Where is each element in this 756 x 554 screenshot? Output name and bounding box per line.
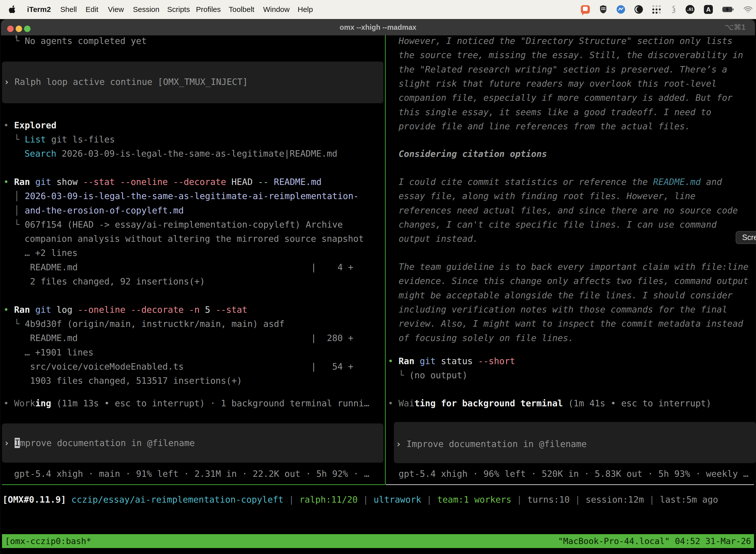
tmux-status-bar: [omx-cczip0:bash* "MacBook-Pro-44.local"…: [2, 534, 754, 548]
terminal-line: README.md | 4 +: [30, 260, 354, 275]
prompt-box-left[interactable]: › Ralph loop active continue [OMX_TMUX_I…: [2, 62, 383, 103]
network-activity-status-icon[interactable]: [617, 5, 625, 14]
prompt-box-left[interactable]: › Improve documentation in @filename: [2, 424, 383, 463]
battery-status-icon[interactable]: [722, 6, 734, 13]
zoom-button[interactable]: [24, 25, 30, 32]
window-title: omx --xhigh --madmax: [339, 19, 416, 35]
terminal-line: └ No agents completed yet: [14, 34, 146, 48]
messages-status-icon[interactable]: [581, 5, 590, 14]
terminal-line: this single essay, it seems like a good …: [398, 105, 711, 119]
tmux-pane-border-active: [2, 484, 385, 485]
menu-bar-status-icons: ..61 A: [581, 0, 753, 19]
tmux-pane-border-inactive: [386, 484, 754, 485]
terminal-line: Considering citation options: [398, 147, 547, 161]
apple-menu-icon[interactable]: [9, 5, 16, 15]
terminal-line: companion analysis without altering the …: [24, 232, 364, 246]
terminal-line: might be acceptable alongside the file l…: [398, 288, 733, 302]
terminal-line: • Explored: [3, 118, 57, 132]
dots-grid-status-icon[interactable]: [652, 5, 661, 14]
terminal-line: │ 2026-03-09-is-legal-the-same-as-legiti…: [14, 189, 359, 203]
terminal-line: review. Also, I might want to inspect th…: [398, 317, 743, 331]
menu-item-window[interactable]: Window: [263, 0, 290, 19]
badge-61-status-icon[interactable]: ..61: [686, 5, 694, 14]
menu-item-session[interactable]: Session: [133, 0, 160, 19]
terminal-line: output instead.: [398, 232, 478, 246]
terminal-line: • Ran git status --short: [388, 354, 515, 368]
terminal-line: │ and-the-erosion-of-copyleft.md: [14, 203, 184, 218]
terminal-line: └ List git ls-files: [14, 132, 115, 147]
terminal-line: of focusing solely on file lines.: [398, 331, 573, 345]
text-cursor: I: [15, 438, 20, 448]
terminal-line: slight risk that future readers may over…: [398, 76, 716, 91]
terminal-line: 1903 files changed, 513517 insertions(+): [30, 374, 242, 388]
terminal-line: └ 067f154 (HEAD -> essay/ai-reimplementa…: [14, 217, 343, 232]
terminal-line: The team guideline is to back every impo…: [398, 260, 749, 274]
window-shortcut-badge: ⌥⌘1: [725, 19, 746, 35]
terminal-line: src/voice/voiceModeEnabled.ts | 54 +: [30, 359, 354, 374]
terminal-line: the source tree, missing the essay. Stil…: [398, 48, 743, 62]
moon-focus-status-icon[interactable]: [634, 5, 643, 14]
screen-capture-overlay-label: Scre: [742, 233, 756, 242]
desktop: iTerm2ShellEditViewSessionScriptsProfile…: [0, 0, 756, 554]
menu-item-profiles[interactable]: Profiles: [196, 0, 221, 19]
wifi-status-icon[interactable]: [744, 6, 753, 13]
squiggle-status-icon[interactable]: [670, 5, 676, 13]
terminal-line: • Ran git log --oneline --decorate -n 5 …: [3, 302, 247, 317]
tmux-pane-divider[interactable]: [385, 35, 386, 484]
menu-item-toolbelt[interactable]: Toolbelt: [229, 0, 254, 19]
close-button[interactable]: [7, 25, 14, 32]
menu-item-view[interactable]: View: [108, 0, 124, 19]
terminal-line: └ 4b9d30f (origin/main, instructkr/main,…: [14, 317, 285, 331]
terminal-line: › Improve documentation in @filename: [396, 437, 586, 451]
terminal-line: 2 files changed, 92 insertions(+): [30, 274, 205, 289]
terminal-line: README.md | 280 +: [30, 331, 354, 345]
terminal-line: However, I noticed the "Directory Struct…: [398, 34, 733, 48]
omx-status-line: [OMX#0.11.9] cczip/essay/ai-reimplementa…: [2, 492, 718, 507]
menu-item-iterm2[interactable]: iTerm2: [27, 0, 51, 19]
screen-capture-overlay-button[interactable]: Scre: [736, 231, 756, 244]
menu-bar: iTerm2ShellEditViewSessionScriptsProfile…: [0, 0, 756, 19]
menu-item-scripts[interactable]: Scripts: [167, 0, 190, 19]
terminal-line: the "Related research writing" section i…: [398, 62, 727, 77]
terminal-line: I could cite commit statistics or refere…: [398, 175, 722, 189]
terminal-line: essay file, along with finding root file…: [398, 189, 695, 203]
terminal-line: • Ran git show --stat --oneline --decora…: [3, 175, 321, 189]
terminal-line: … +2 lines: [24, 246, 78, 260]
minimize-button[interactable]: [16, 25, 22, 32]
tmux-window-label[interactable]: [omx-cczip0:bash*: [5, 536, 91, 546]
terminal-line: … +1901 lines: [24, 345, 93, 359]
menu-item-shell[interactable]: Shell: [60, 0, 77, 19]
terminal-line: provide file and line references from th…: [398, 119, 690, 133]
menu-item-help[interactable]: Help: [298, 0, 313, 19]
terminal-line: └ (no output): [398, 368, 467, 383]
menu-item-edit[interactable]: Edit: [85, 0, 99, 19]
keyboard-layout-status-icon[interactable]: A: [704, 5, 713, 14]
terminal-line: companion file, especially if more comme…: [398, 91, 733, 105]
window-title-bar: omx --xhigh --madmax ⌥⌘1: [1, 19, 755, 36]
terminal-line: › Ralph loop active continue [OMX_TMUX_I…: [4, 75, 248, 89]
terminal-line: including verification notes with those …: [398, 302, 727, 317]
prompt-box-right[interactable]: › Improve documentation in @filename: [394, 422, 756, 463]
terminal-line: › Improve documentation in @filename: [4, 436, 195, 450]
terminal-line: gpt-5.4 xhigh · 96% left · 520K in · 5.8…: [398, 466, 749, 481]
terminal-line: references need actual files, and since …: [398, 203, 738, 218]
terminal-line: gpt-5.4 xhigh · main · 91% left · 2.31M …: [14, 466, 369, 481]
shield-status-icon[interactable]: [599, 5, 607, 14]
terminal-line: changes, I can't cite specific file line…: [398, 217, 716, 232]
tmux-host-clock: "MacBook-Pro-44.local" 04:52 31-Mar-26: [558, 536, 751, 546]
terminal-line: Search 2026-03-09-is-legal-the-same-as-l…: [24, 147, 337, 161]
terminal-line: evidence. Since this change only affects…: [398, 274, 749, 288]
terminal-line: • Working (11m 13s • esc to interrupt) ·…: [3, 396, 369, 410]
terminal-line: • Waiting for background terminal (1m 41…: [388, 396, 711, 410]
